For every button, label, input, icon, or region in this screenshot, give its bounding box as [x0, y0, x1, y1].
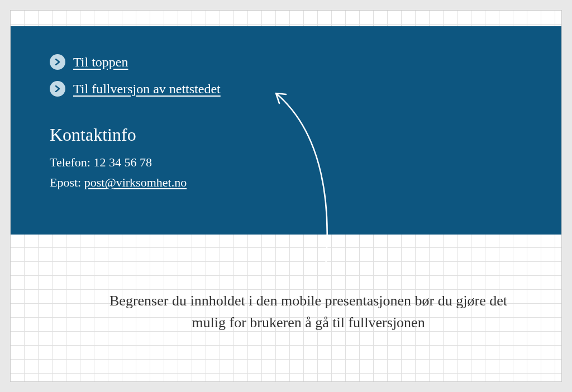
phone-label: Telefon: [50, 155, 93, 169]
phone-line: Telefon: 12 34 56 78 [50, 155, 522, 170]
chevron-right-icon [50, 54, 65, 70]
grid-canvas: Til toppen Til fullversjon av nettstedet… [10, 10, 562, 382]
email-line: Epost: post@virksomhet.no [50, 175, 522, 190]
phone-value: 12 34 56 78 [93, 155, 152, 169]
nav-link-label: Til fullversjon av nettstedet [73, 82, 221, 97]
contact-heading: Kontaktinfo [50, 125, 522, 145]
email-label: Epost: [50, 175, 84, 189]
to-top-link[interactable]: Til toppen [50, 54, 522, 70]
chevron-right-icon [50, 81, 65, 97]
nav-link-label: Til toppen [73, 55, 128, 70]
to-fullversion-link[interactable]: Til fullversjon av nettstedet [50, 81, 522, 97]
footer-panel: Til toppen Til fullversjon av nettstedet… [11, 26, 561, 235]
email-link[interactable]: post@virksomhet.no [84, 175, 187, 189]
annotation-text: Begrenser du innholdet i den mobile pres… [100, 290, 517, 333]
